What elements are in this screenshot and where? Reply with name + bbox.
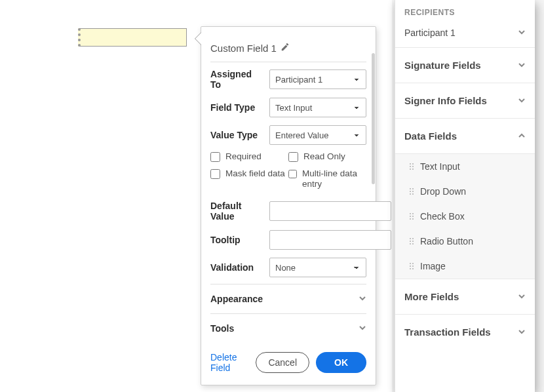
palette-item-label: Radio Button [420,236,473,246]
grip-icon [410,163,414,170]
default-value-label: Default Value [210,201,264,223]
section-title: Data Fields [404,130,457,142]
required-label: Required [225,151,262,162]
section-transaction-fields[interactable]: Transaction Fields [395,315,535,349]
tooltip-input[interactable] [269,230,391,250]
grip-icon [410,263,414,269]
default-value-input[interactable] [269,201,391,221]
placed-field-rect[interactable] [78,28,187,47]
assigned-to-select[interactable]: Participant 1 [269,69,366,89]
palette-item-label: Image [420,261,446,271]
palette-item-label: Text Input [420,161,460,172]
grip-icon [410,213,414,220]
sidebar: RECIPIENTS Participant 1 Signature Field… [395,0,535,392]
mask-label: Mask field data [225,168,285,179]
section-signature-fields[interactable]: Signature Fields [395,48,535,83]
palette-item-text-input[interactable]: Text Input [395,154,535,179]
palette-item-image[interactable]: Image [395,254,535,279]
tools-accordion[interactable]: Tools [210,313,366,343]
multiline-label: Multi-line data entry [302,168,366,189]
readonly-checkbox-row[interactable]: Read Only [288,151,366,162]
appearance-accordion[interactable]: Appearance [210,284,366,313]
chevron-down-icon [518,28,526,38]
section-title: Transaction Fields [404,326,491,338]
grip-icon [410,188,414,195]
validation-label: Validation [210,262,264,273]
tools-label: Tools [210,323,234,334]
chevron-up-icon [518,131,526,142]
section-title: Signature Fields [404,60,481,71]
recipient-selector[interactable]: Participant 1 [395,21,535,48]
field-type-label: Field Type [210,102,264,113]
assigned-to-label: Assigned To [210,69,264,90]
popover-title: Custom Field 1 [210,43,277,54]
data-fields-sublist: Text Input Drop Down Check Box Radio But… [395,154,535,279]
popover-title-row: Custom Field 1 [210,36,366,62]
chevron-down-icon [359,294,366,304]
section-title: Signer Info Fields [404,95,487,106]
field-type-select[interactable]: Text Input [269,98,366,117]
edit-name-icon[interactable] [281,43,290,54]
cancel-button[interactable]: Cancel [256,352,309,373]
recipient-value: Participant 1 [404,28,456,38]
palette-item-label: Drop Down [420,186,466,197]
recipients-header: RECIPIENTS [395,0,535,21]
chevron-down-icon [518,60,526,71]
section-signer-info-fields[interactable]: Signer Info Fields [395,83,535,119]
readonly-label: Read Only [303,151,345,162]
appearance-label: Appearance [210,294,263,304]
mask-checkbox-row[interactable]: Mask field data [210,168,288,189]
grip-icon [410,238,414,245]
palette-item-check-box[interactable]: Check Box [395,204,535,229]
ok-button[interactable]: OK [316,352,366,373]
chevron-down-icon [518,327,526,338]
value-type-select[interactable]: Entered Value [269,125,366,145]
palette-item-radio-button[interactable]: Radio Button [395,229,535,254]
required-checkbox[interactable] [210,152,220,162]
palette-item-drop-down[interactable]: Drop Down [395,179,535,204]
field-properties-popover: Custom Field 1 Assigned To Participant 1… [201,26,376,385]
palette-item-label: Check Box [420,211,465,222]
multiline-checkbox-row[interactable]: Multi-line data entry [288,168,366,189]
value-type-label: Value Type [210,130,264,140]
delete-field-link[interactable]: Delete Field [210,352,249,373]
required-checkbox-row[interactable]: Required [210,151,288,162]
tooltip-label: Tooltip [210,235,264,245]
chevron-down-icon [518,292,526,302]
chevron-down-icon [359,323,366,334]
popover-scrollbar[interactable] [372,53,375,184]
chevron-down-icon [518,96,526,106]
validation-select[interactable]: None [269,258,366,277]
mask-checkbox[interactable] [210,169,220,179]
section-data-fields[interactable]: Data Fields [395,119,535,154]
section-more-fields[interactable]: More Fields [395,279,535,315]
section-title: More Fields [404,291,459,302]
readonly-checkbox[interactable] [288,152,298,162]
multiline-checkbox[interactable] [288,169,297,179]
